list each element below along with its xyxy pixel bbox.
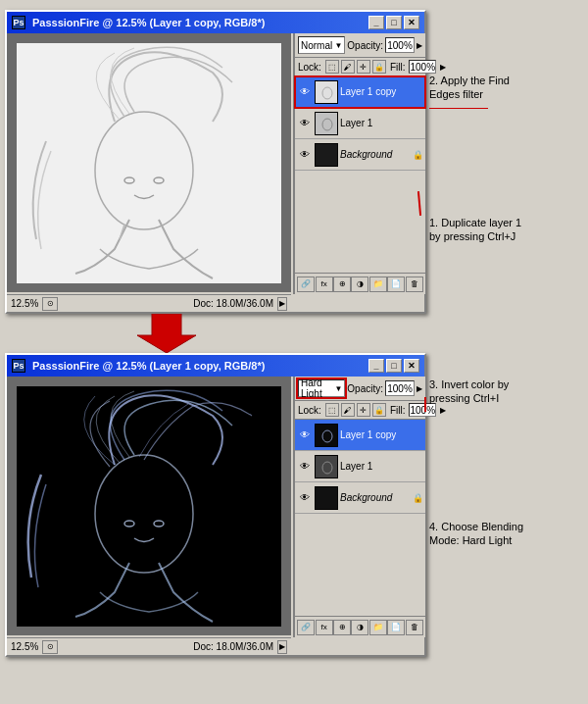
lock-pixels-bottom[interactable]: 🖌 [341,403,355,417]
trash-btn-top[interactable]: 🗑 [406,277,423,292]
top-layers-toolbar: 🔗 fx ⊕ ◑ 📁 📄 🗑 [293,273,425,294]
top-status-bar: 12.5% ⊙ Doc: 18.0M/36.0M ▶ [7,294,291,312]
bottom-blend-select[interactable]: Hard Light ▼ [298,379,345,397]
status-icon-bottom[interactable]: ⊙ [42,640,58,654]
bottom-layer-bg-lock: 🔒 [413,493,423,503]
annotation-step3: 3. Invert color by pressing Ctrl+I [429,377,581,406]
sketch-svg-top [17,43,281,283]
close-btn-top[interactable]: ✕ [404,16,419,29]
svg-rect-0 [17,43,281,283]
link-btn-top[interactable]: 🔗 [297,277,315,292]
svg-rect-6 [316,113,338,135]
lock-transparent-top[interactable]: ⬚ [325,60,339,74]
fx-btn-top[interactable]: fx [316,277,333,292]
adj-btn-top[interactable]: ◑ [351,277,368,292]
bottom-layer-bg-name: Background [340,492,411,503]
svg-rect-16 [316,456,338,478]
top-opacity-value[interactable]: 100% [385,37,415,53]
bottom-thumb-copy [315,424,338,447]
top-blend-select[interactable]: Normal ▼ [298,36,345,54]
scroll-right-top[interactable]: ▶ [277,297,287,311]
bottom-opacity-arrow[interactable]: ▶ [416,384,422,393]
bottom-layer-copy-name: Layer 1 copy [340,429,423,440]
down-arrow [127,314,206,353]
bottom-eye-bg[interactable]: 👁 [297,490,313,506]
minimize-btn-top[interactable]: _ [368,16,384,29]
top-layer-copy-name: Layer 1 copy [340,86,423,97]
top-eye-copy[interactable]: 👁 [297,84,313,100]
top-opacity-arrow[interactable]: ▶ [416,41,422,50]
svg-marker-9 [137,314,196,353]
mask-btn-top[interactable]: ⊕ [333,277,351,292]
bottom-canvas-area [7,377,291,635]
lock-all-top[interactable]: 🔒 [372,60,386,74]
blend-arrow-bottom: ▼ [334,384,342,393]
bottom-thumb-bg [315,486,338,510]
top-fill-arrow[interactable]: ▶ [440,63,446,72]
bottom-layer-1-name: Layer 1 [340,461,423,472]
top-eye-bg[interactable]: 👁 [297,147,313,163]
bottom-layers-panel: Hard Light ▼ Opacity: 100% ▶ Lock: ⬚ 🖌 ✛… [293,377,425,635]
top-layer-1[interactable]: 👁 Layer 1 [295,108,425,139]
trash-btn-bottom[interactable]: 🗑 [406,620,423,635]
annotation-step2: 2. Apply the Find Edges filter [429,74,576,102]
annotation-line-3 [424,397,426,412]
new-btn-top[interactable]: 📄 [387,277,405,292]
bottom-window-controls: _ □ ✕ [368,359,419,373]
blend-arrow-top: ▼ [334,41,342,50]
ps-logo-bottom: Ps [12,359,25,373]
bottom-window-title: PasssionFire @ 12.5% (Layer 1 copy, RGB/… [32,360,265,372]
bottom-thumb-1 [315,455,338,478]
lock-transparent-bottom[interactable]: ⬚ [325,403,339,417]
top-layers-panel: Normal ▼ Opacity: 100% ▶ Lock: ⬚ 🖌 ✛ 🔒 F… [293,33,425,292]
link-btn-bottom[interactable]: 🔗 [297,620,315,635]
top-layer-bg-lock: 🔒 [413,150,423,160]
bottom-sketch [17,386,281,627]
top-layer-bg[interactable]: 👁 Background 🔒 [295,139,425,171]
bottom-layer-1[interactable]: 👁 Layer 1 [295,451,425,482]
group-btn-bottom[interactable]: 📁 [369,620,387,635]
lock-position-bottom[interactable]: ✛ [357,403,370,417]
svg-rect-4 [316,81,338,104]
adj-btn-bottom[interactable]: ◑ [351,620,368,635]
bottom-eye-copy[interactable]: 👁 [297,427,313,443]
lock-all-bottom[interactable]: 🔒 [372,403,386,417]
close-btn-bottom[interactable]: ✕ [404,359,419,373]
minimize-btn-bottom[interactable]: _ [368,359,384,373]
bottom-layers-toolbar: 🔗 fx ⊕ ◑ 📁 📄 🗑 [293,616,425,637]
lock-pixels-top[interactable]: 🖌 [341,60,355,74]
top-window-title: PasssionFire @ 12.5% (Layer 1 copy, RGB/… [32,17,265,28]
top-title-bar: Ps PasssionFire @ 12.5% (Layer 1 copy, R… [7,12,424,33]
top-zoom: 12.5% [11,298,38,309]
top-layer-copy[interactable]: 👁 Layer 1 copy [295,76,425,108]
maximize-btn-bottom[interactable]: □ [386,359,402,373]
group-btn-top[interactable]: 📁 [369,277,387,292]
scroll-right-bottom[interactable]: ▶ [277,640,287,654]
lock-position-top[interactable]: ✛ [357,60,370,74]
fx-btn-bottom[interactable]: fx [316,620,333,635]
bottom-lock-icons: ⬚ 🖌 ✛ 🔒 [325,403,386,417]
svg-rect-8 [316,144,338,167]
mask-btn-bottom[interactable]: ⊕ [333,620,351,635]
bottom-opacity-value[interactable]: 100% [385,380,415,396]
top-eye-1[interactable]: 👁 [297,116,313,131]
bottom-fill-arrow[interactable]: ▶ [440,406,446,415]
top-doc-info: Doc: 18.0M/36.0M [193,298,273,309]
top-thumb-bg [315,143,338,167]
bottom-status-bar: 12.5% ⊙ Doc: 18.0M/36.0M ▶ [7,637,291,655]
status-icon-top[interactable]: ⊙ [42,297,58,311]
new-btn-bottom[interactable]: 📄 [387,620,405,635]
bottom-layer-copy[interactable]: 👁 Layer 1 copy [295,420,425,451]
top-thumb-1 [315,112,338,135]
svg-rect-10 [17,386,281,627]
svg-rect-18 [316,487,338,510]
top-sketch [17,43,281,283]
maximize-btn-top[interactable]: □ [386,16,402,29]
top-fill-value[interactable]: 100% [409,60,436,74]
top-lock-row: Lock: ⬚ 🖌 ✛ 🔒 Fill: 100% ▶ [295,58,425,76]
bottom-eye-1[interactable]: 👁 [297,459,313,475]
top-layer-1-name: Layer 1 [340,118,423,128]
bottom-ps-window: Ps PasssionFire @ 12.5% (Layer 1 copy, R… [5,353,426,657]
ps-logo-top: Ps [12,16,25,29]
bottom-layer-bg[interactable]: 👁 Background 🔒 [295,482,425,514]
